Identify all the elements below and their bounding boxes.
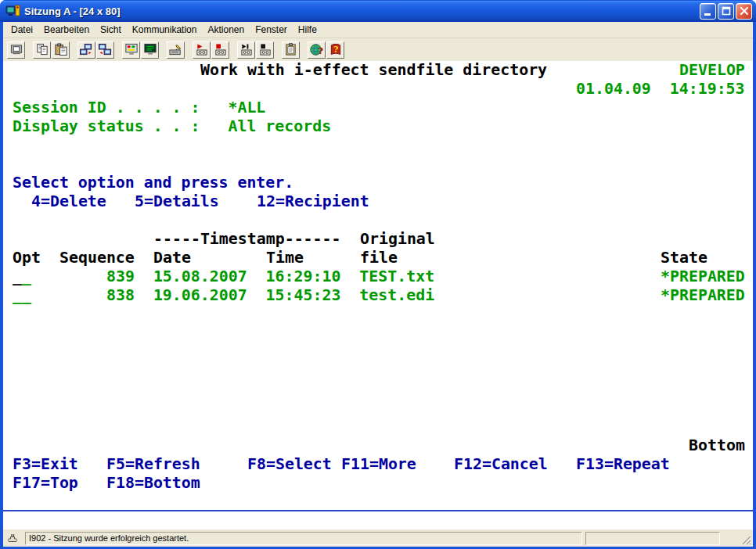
bottom-indicator: Bottom bbox=[689, 436, 745, 455]
fkey-f11-more: F11=More bbox=[341, 455, 416, 474]
receive-file-button[interactable] bbox=[96, 41, 114, 59]
close-button[interactable] bbox=[736, 3, 752, 20]
session-screen-icon bbox=[142, 43, 158, 56]
menu-item-aktionen[interactable]: Aktionen bbox=[202, 23, 250, 37]
web-help-button[interactable]: ? bbox=[308, 41, 326, 59]
paste-button[interactable] bbox=[52, 41, 70, 59]
timestamp-header: -----Timestamp------ bbox=[153, 230, 341, 249]
col-header-time: Time bbox=[266, 249, 304, 267]
clipboard-button[interactable] bbox=[282, 41, 300, 59]
copy-icon bbox=[34, 43, 50, 56]
status-message-panel: I902 - Sitzung wurde erfolgreich gestart… bbox=[25, 532, 582, 545]
send-file-button[interactable] bbox=[77, 41, 95, 59]
row-2-state: *PREPARED bbox=[661, 286, 745, 305]
macro-stop-button[interactable] bbox=[211, 41, 229, 59]
opt-input-row-1-cursor[interactable]: _ bbox=[13, 267, 22, 286]
terminal-screen[interactable]: Work with i-effect sendfile directoryDEV… bbox=[3, 61, 753, 529]
col-header-state: State bbox=[661, 249, 707, 267]
title-bar[interactable]: Sitzung A - [24 x 80] bbox=[0, 0, 756, 22]
select-prompt: Select option and press enter. bbox=[13, 174, 293, 192]
session-id-line: Session ID . . . . : *ALL bbox=[13, 99, 265, 117]
window-title: Sitzung A - [24 x 80] bbox=[24, 5, 698, 17]
copy-button[interactable] bbox=[33, 41, 51, 59]
option-5-details: 5=Details bbox=[135, 192, 219, 211]
macro-record-icon bbox=[257, 43, 273, 56]
fkey-f13-repeat: F13=Repeat bbox=[576, 455, 670, 474]
col-header-sequence: Sequence bbox=[59, 249, 135, 267]
status-message: I902 - Sitzung wurde erfolgreich gestart… bbox=[29, 533, 189, 543]
macro-play-button[interactable] bbox=[193, 41, 211, 59]
macro-step-button[interactable] bbox=[237, 41, 255, 59]
display-setup-icon bbox=[124, 43, 139, 56]
col-header-file: file bbox=[360, 249, 398, 267]
menu-item-kommunikation[interactable]: Kommunikation bbox=[127, 23, 203, 37]
menu-bar: DateiBearbeitenSichtKommunikationAktione… bbox=[3, 22, 753, 38]
help-icon: ? bbox=[328, 43, 344, 56]
macro-step-icon bbox=[239, 43, 254, 56]
window-body: DateiBearbeitenSichtKommunikationAktione… bbox=[3, 22, 753, 547]
window-controls bbox=[698, 3, 752, 20]
fkey-f3-exit: F3=Exit bbox=[13, 455, 78, 474]
opt-input-row-2[interactable]: __ bbox=[13, 286, 31, 305]
maximize-icon bbox=[720, 5, 733, 17]
status-bar: I902 - Sitzung wurde erfolgreich gestart… bbox=[3, 529, 753, 547]
menu-item-datei[interactable]: Datei bbox=[5, 23, 38, 37]
screen-title: Work with i-effect sendfile directory bbox=[200, 61, 547, 80]
row-2-data: 838 19.06.2007 15:45:23 test.edi bbox=[106, 286, 434, 305]
web-help-icon: ? bbox=[309, 43, 325, 56]
display-status-line: Display status . . : All records bbox=[13, 117, 331, 136]
receive-file-icon bbox=[98, 43, 113, 56]
date-time: 01.04.09 14:19:53 bbox=[576, 80, 745, 99]
minimize-button[interactable] bbox=[700, 3, 716, 20]
clipboard-icon bbox=[283, 43, 299, 56]
col-header-date: Date bbox=[153, 249, 191, 267]
print-screen-icon bbox=[9, 43, 24, 56]
col-header-opt: Opt bbox=[13, 249, 41, 267]
keyboard-setup-icon bbox=[168, 43, 184, 56]
menu-item-hilfe[interactable]: Hilfe bbox=[293, 23, 322, 37]
status-panel-secondary bbox=[585, 532, 720, 545]
menu-item-sicht[interactable]: Sicht bbox=[95, 23, 127, 37]
system-name: DEVELOP bbox=[679, 61, 745, 80]
app-icon bbox=[5, 4, 21, 18]
print-screen-button[interactable] bbox=[7, 41, 25, 59]
opt-input-row-1[interactable]: _ bbox=[22, 267, 31, 286]
paste-icon bbox=[53, 43, 69, 56]
macro-play-icon bbox=[194, 43, 210, 56]
help-button[interactable]: ? bbox=[326, 41, 344, 59]
fkey-f8-select: F8=Select bbox=[247, 455, 332, 474]
fkey-f12-cancel: F12=Cancel bbox=[454, 455, 548, 474]
fkey-f18-bottom: F18=Bottom bbox=[106, 474, 200, 493]
maximize-button[interactable] bbox=[718, 3, 734, 20]
oia-separator bbox=[3, 510, 753, 511]
row-1-state: *PREPARED bbox=[661, 267, 745, 286]
resize-grip[interactable] bbox=[740, 534, 751, 545]
row-1-data: 839 15.08.2007 16:29:10 TEST.txt bbox=[106, 267, 434, 286]
macro-record-button[interactable] bbox=[256, 41, 274, 59]
menu-item-bearbeiten[interactable]: Bearbeiten bbox=[38, 23, 95, 37]
toolbar: ?? bbox=[3, 38, 753, 61]
option-4-delete: 4=Delete bbox=[31, 192, 106, 211]
session-screen-button[interactable] bbox=[141, 41, 159, 59]
svg-text:?: ? bbox=[333, 45, 338, 54]
fkey-f17-top: F17=Top bbox=[13, 474, 78, 493]
svg-text:?: ? bbox=[318, 45, 323, 56]
minimize-icon bbox=[702, 5, 715, 17]
menu-item-fenster[interactable]: Fenster bbox=[250, 23, 293, 37]
window-frame: Sitzung A - [24 x 80] DateiBearbeitenSic… bbox=[0, 0, 756, 549]
display-setup-button[interactable] bbox=[122, 41, 140, 59]
macro-stop-icon bbox=[213, 43, 229, 56]
option-12-recipient: 12=Recipient bbox=[257, 192, 369, 211]
keyboard-setup-button[interactable] bbox=[167, 41, 185, 59]
connection-icon bbox=[6, 531, 22, 545]
close-icon bbox=[738, 5, 751, 17]
send-file-icon bbox=[79, 43, 95, 56]
original-header: Original bbox=[360, 230, 435, 249]
fkey-f5-refresh: F5=Refresh bbox=[106, 455, 200, 474]
